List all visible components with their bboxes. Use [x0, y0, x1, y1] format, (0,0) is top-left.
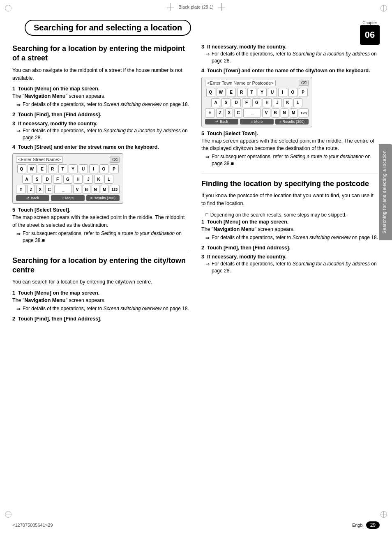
kb-town-space[interactable]: _: [243, 108, 261, 118]
kb-key-N[interactable]: N: [92, 185, 99, 194]
kb-key-B[interactable]: B: [83, 185, 90, 194]
kb-town-backspace: ⌫: [299, 80, 309, 86]
kb-bottom: ↵ Back ⌂ More ≡ Results (300): [16, 195, 120, 201]
kb-key-Z[interactable]: Z: [27, 185, 35, 194]
kb-town-V[interactable]: V: [262, 108, 270, 118]
s3-step3-sub-text: For details of the operations, refer to …: [212, 260, 378, 274]
kb-town-Q[interactable]: Q: [206, 88, 215, 97]
section2-step-1: 1 Touch [Menu] on the map screen. The "N…: [12, 290, 189, 313]
step5-body: The map screen appears with the selected…: [12, 214, 189, 229]
kb-key-J[interactable]: J: [84, 175, 93, 184]
kb-town-E[interactable]: E: [227, 88, 236, 97]
kb-town-N[interactable]: N: [281, 108, 288, 118]
kb-town-S[interactable]: S: [221, 98, 231, 107]
kb-town-F[interactable]: F: [242, 98, 251, 107]
kb-key-H[interactable]: H: [74, 175, 83, 184]
kb-key-G[interactable]: G: [63, 175, 72, 184]
kb-town-Z[interactable]: Z: [216, 108, 224, 118]
step-2: 2 Touch [Find], then [Find Address].: [12, 112, 189, 118]
section-title-banner: Searching for and selecting a location: [25, 20, 191, 36]
kb-town-R[interactable]: R: [237, 88, 246, 97]
kb-key-Q[interactable]: Q: [17, 164, 26, 173]
kb-town-num[interactable]: 123: [299, 108, 309, 118]
kb-town-L[interactable]: L: [293, 98, 302, 107]
kb-key-A[interactable]: A: [22, 175, 31, 184]
kb-key-Y[interactable]: Y: [69, 164, 78, 173]
kb-town-H[interactable]: H: [263, 98, 272, 107]
step5-sub: ⇒ For subsequent operations, refer to Se…: [16, 230, 189, 244]
kb-town-D[interactable]: D: [232, 98, 241, 107]
section2-continued: 3 If necessary, modify the country. ⇒ Fo…: [201, 44, 378, 167]
kb-key-F[interactable]: F: [53, 175, 62, 184]
footer-page-num: 29: [366, 521, 380, 529]
kb-key-C[interactable]: C: [45, 185, 53, 194]
kb-town-J[interactable]: J: [273, 98, 282, 107]
section3-note-text: Depending on the search results, some st…: [210, 212, 347, 219]
step1-ref: Screen switching overview: [104, 101, 161, 107]
kb-space[interactable]: _: [54, 185, 72, 194]
kb-key-M[interactable]: M: [101, 185, 108, 194]
rc-step5-body: The map screen appears with the selected…: [201, 137, 378, 153]
kb-town-shift[interactable]: ⇧: [205, 108, 215, 118]
kb-town-more-btn[interactable]: ⌂ More: [240, 119, 273, 124]
kb-back-btn[interactable]: ↵ Back: [16, 195, 49, 201]
sub-arrow-icon-5: ⇒: [16, 230, 21, 237]
kb-key-R[interactable]: R: [48, 164, 57, 173]
s3-step-3: 3 If necessary, modify the country. ⇒ Fo…: [201, 254, 378, 274]
kb-key-P[interactable]: P: [110, 164, 119, 173]
kb-backspace: ⌫: [110, 157, 120, 163]
s3-step1-sub: ⇒ For details of the operations, refer t…: [205, 234, 378, 242]
kb-town-B[interactable]: B: [272, 108, 279, 118]
kb-town-W[interactable]: W: [217, 88, 226, 97]
kb-town-results-btn[interactable]: ≡ Results (300): [275, 119, 309, 124]
chapter-number: 06: [360, 25, 380, 45]
kb-town-back-btn[interactable]: ↵ Back: [205, 119, 238, 124]
kb-key-K[interactable]: K: [94, 175, 103, 184]
kb-num[interactable]: 123: [110, 185, 120, 194]
kb-shift[interactable]: ⇧: [16, 185, 26, 194]
kb-key-T[interactable]: T: [58, 164, 67, 173]
step1-title: 1 Touch [Menu] on the map screen.: [12, 86, 189, 92]
sub-arrow-icon-3: ⇒: [16, 128, 21, 135]
kb-town-U[interactable]: U: [268, 88, 277, 97]
kb-key-E[interactable]: E: [38, 164, 47, 173]
kb-more-btn[interactable]: ⌂ More: [51, 195, 84, 201]
kb-key-S[interactable]: S: [32, 175, 42, 184]
kb-town-O[interactable]: O: [288, 88, 297, 97]
kb-key-X[interactable]: X: [36, 185, 44, 194]
kb-town-C[interactable]: C: [234, 108, 242, 118]
section1-intro: You can also navigate to the midpoint of…: [12, 67, 189, 82]
s2-step1-body: The "Navigation Menu" screen appears.: [12, 297, 189, 304]
section3-heading: Finding the location by specifying the p…: [201, 179, 378, 189]
kb-key-U[interactable]: U: [79, 164, 88, 173]
kb-key-D[interactable]: D: [43, 175, 52, 184]
kb-key-I[interactable]: I: [89, 164, 98, 173]
kb-results-btn[interactable]: ≡ Results (300): [86, 195, 120, 201]
kb-key-L[interactable]: L: [104, 175, 113, 184]
kb-town-T[interactable]: T: [247, 88, 256, 97]
kb-town-Y[interactable]: Y: [258, 88, 267, 97]
rc-step5-sub: ⇒ For subsequent operations, refer to Se…: [205, 153, 378, 167]
plate-text: Black plate (29,1): [178, 5, 214, 9]
sub-arrow-s2-1: ⇒: [16, 306, 21, 313]
section2-intro: You can search for a location by enterin…: [12, 278, 189, 286]
section2-step-2: 2 Touch [Find], then [Find Address].: [12, 316, 189, 322]
kb-town-G[interactable]: G: [252, 98, 261, 107]
s2-step2-title: 2 Touch [Find], then [Find Address].: [12, 316, 189, 322]
s2-step1-sub: ⇒ For details of the operations, refer t…: [16, 305, 189, 313]
kb-key-W[interactable]: W: [28, 164, 37, 173]
step-5: 5 Touch [Select Street]. The map screen …: [12, 207, 189, 244]
kb-town-P[interactable]: P: [299, 88, 308, 97]
kb-town-title-label: <Enter Town Name or Postcode>: [205, 80, 276, 86]
kb-town-X[interactable]: X: [225, 108, 233, 118]
kb-town-row-3: ⇧ Z X C _ V B N M 123: [205, 108, 309, 118]
s2-step1-bold: Navigation Menu: [24, 297, 65, 303]
checkbox-icon: □: [205, 212, 208, 218]
kb-town-M[interactable]: M: [290, 108, 297, 118]
kb-town-K[interactable]: K: [283, 98, 292, 107]
kb-town-A[interactable]: A: [211, 98, 220, 107]
kb-key-O[interactable]: O: [99, 164, 108, 173]
kb-town-I[interactable]: I: [278, 88, 287, 97]
kb-key-V[interactable]: V: [73, 185, 81, 194]
step1-num: 1: [12, 86, 18, 92]
